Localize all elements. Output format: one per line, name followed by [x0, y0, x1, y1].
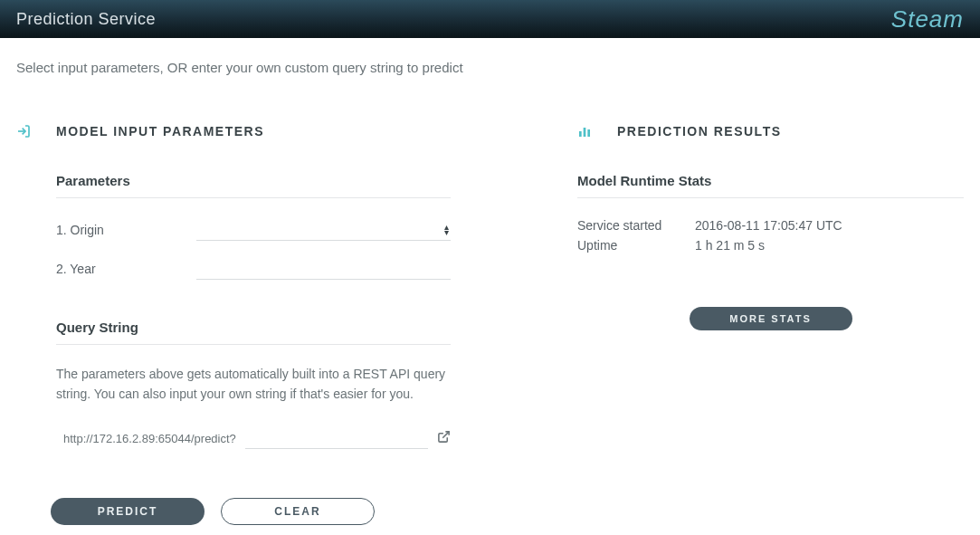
results-section-title: PREDICTION RESULTS [617, 124, 782, 139]
stats-heading: Model Runtime Stats [577, 173, 964, 198]
svg-rect-4 [587, 129, 590, 137]
stat-label: Uptime [577, 238, 695, 253]
query-block: Query String The parameters above gets a… [16, 320, 451, 449]
query-description: The parameters above gets automatically … [56, 365, 451, 404]
param-row-year: 2. Year [56, 257, 451, 280]
origin-select[interactable] [196, 218, 451, 241]
parameters-block: Parameters 1. Origin 2. Year [16, 173, 451, 280]
brand-logo: Steam [891, 5, 964, 33]
stat-row-uptime: Uptime 1 h 21 m 5 s [577, 238, 964, 253]
more-stats-button[interactable]: MORE STATS [690, 307, 852, 330]
stat-label: Service started [577, 218, 695, 233]
page-title: Prediction Service [16, 10, 156, 29]
input-section-title: MODEL INPUT PARAMETERS [56, 124, 264, 139]
more-stats-wrap: MORE STATS [577, 307, 964, 330]
param-label-origin: 1. Origin [56, 223, 196, 237]
clear-button[interactable]: CLEAR [221, 498, 375, 525]
stat-row-service-started: Service started 2016-08-11 17:05:47 UTC [577, 218, 964, 233]
predict-button[interactable]: PREDICT [51, 498, 205, 525]
param-row-origin: 1. Origin [56, 218, 451, 241]
svg-rect-2 [579, 131, 582, 137]
page-subtitle: Select input parameters, OR enter your o… [0, 38, 980, 75]
main-content: MODEL INPUT PARAMETERS Parameters 1. Ori… [0, 75, 980, 535]
svg-rect-3 [584, 128, 586, 137]
stat-value: 1 h 21 m 5 s [695, 238, 765, 253]
stats-block: Model Runtime Stats Service started 2016… [577, 173, 964, 253]
query-url-prefix: http://172.16.2.89:65044/predict? [56, 432, 236, 445]
bar-chart-icon [577, 124, 617, 139]
login-icon [16, 124, 56, 139]
input-panel: MODEL INPUT PARAMETERS Parameters 1. Ori… [16, 124, 451, 525]
svg-line-1 [442, 432, 449, 438]
parameters-heading: Parameters [56, 173, 451, 198]
input-section-header: MODEL INPUT PARAMETERS [16, 124, 451, 139]
query-string-input[interactable] [245, 427, 428, 449]
stat-value: 2016-08-11 17:05:47 UTC [695, 218, 842, 233]
param-label-year: 2. Year [56, 262, 196, 276]
results-panel: PREDICTION RESULTS Model Runtime Stats S… [577, 124, 964, 525]
query-row: http://172.16.2.89:65044/predict? [56, 427, 451, 449]
results-section-header: PREDICTION RESULTS [577, 124, 964, 139]
year-input[interactable] [196, 257, 451, 280]
app-header: Prediction Service Steam [0, 0, 980, 38]
action-buttons: PREDICT CLEAR [16, 498, 451, 525]
external-link-icon[interactable] [437, 430, 451, 447]
query-heading: Query String [56, 320, 451, 345]
